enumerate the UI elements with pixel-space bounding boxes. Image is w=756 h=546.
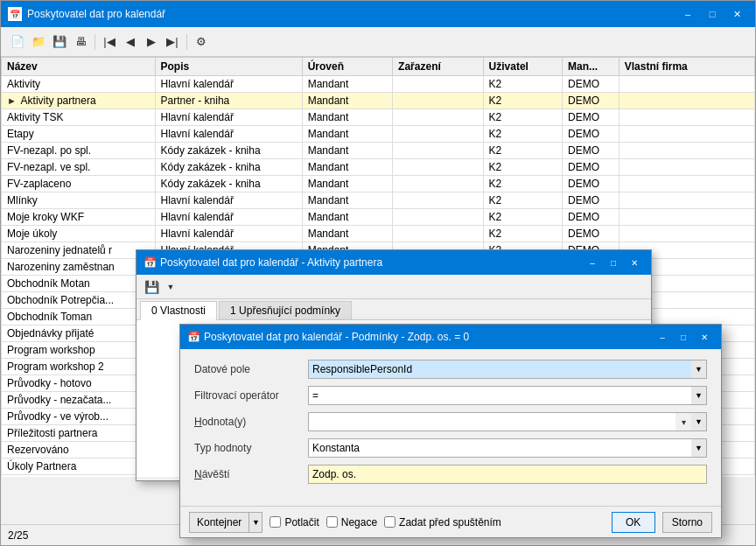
input-navesti[interactable] — [308, 465, 707, 484]
maximize-button[interactable]: □ — [701, 5, 724, 23]
input-datove-pole[interactable] — [308, 360, 691, 379]
cell-uroven: Mandant — [302, 226, 392, 242]
cell-nazev: Program workshop 2 — [2, 359, 156, 375]
cell-uroven: Mandant — [302, 209, 392, 226]
kontejner-button[interactable]: Kontejner — [189, 512, 248, 533]
input-typ-hodnoty[interactable] — [308, 438, 691, 458]
label-navesti: Návěští — [194, 468, 308, 480]
kontejner-dropdown-button[interactable]: ▼ — [248, 512, 262, 533]
open-button[interactable]: 📁 — [29, 32, 48, 52]
cell-vlastni — [619, 93, 754, 109]
filtrovaci-operator-dropdown-button[interactable]: ▼ — [691, 386, 707, 405]
last-button[interactable]: ▶| — [163, 32, 182, 52]
tab-vlastnosti[interactable]: 0 Vlastnosti — [140, 301, 217, 320]
hodnota-dropdown-button[interactable]: ▼ — [691, 412, 707, 431]
hodnota-browse-button[interactable]: ▾ — [676, 412, 691, 431]
dialog1-dropdown-button[interactable]: ▼ — [161, 277, 180, 297]
dialog2-footer: Kontejner ▼ Potlačit Negace Zadat před s… — [180, 506, 721, 537]
save-button[interactable]: 💾 — [50, 32, 69, 52]
col-uroven: Úroveň — [302, 58, 392, 76]
navesti-label-text: Návěští — [194, 468, 230, 480]
table-row[interactable]: Etapy Hlavní kalendář Mandant K2 DEMO — [2, 126, 755, 143]
cell-vlastni — [619, 192, 754, 209]
cell-vlastni — [619, 109, 754, 126]
negace-checkbox[interactable] — [326, 516, 338, 528]
label-filtrovaci-operator: Filtrovací operátor — [194, 389, 308, 402]
table-row[interactable]: Moje úkoly Hlavní kalendář Mandant K2 DE… — [2, 226, 755, 242]
table-row[interactable]: FV-nezapl. po spl. Kódy zakázek - kniha … — [2, 143, 755, 159]
dialog2-close-button[interactable]: ✕ — [695, 329, 714, 345]
tab-upresnujici-podminky[interactable]: 1 Upřesňující podmínky — [219, 301, 352, 319]
tab-upresnujici-label: 1 Upřesňující podmínky — [230, 304, 340, 317]
new-button[interactable]: 📄 — [8, 32, 27, 52]
potlacit-checkbox[interactable] — [270, 516, 281, 528]
close-button[interactable]: ✕ — [725, 5, 748, 23]
zadat-label[interactable]: Zadat před spuštěním — [399, 516, 501, 528]
col-zarazeni: Zařazení — [393, 58, 483, 76]
cell-uroven: Mandant — [302, 159, 392, 176]
prev-button[interactable]: ◀ — [121, 32, 140, 52]
refresh-button[interactable]: ⚙ — [192, 32, 211, 52]
form-row-datove-pole: Datové pole ▼ — [194, 360, 707, 379]
app-icon: 📅 — [8, 7, 22, 21]
dialog2-icon: 📅 — [187, 331, 200, 343]
print-button[interactable]: 🖶 — [71, 32, 90, 52]
cell-uzivatel: K2 — [483, 209, 563, 226]
table-row[interactable]: Aktivity TSK Hlavní kalendář Mandant K2 … — [2, 109, 755, 126]
potlacit-label[interactable]: Potlačit — [284, 516, 318, 528]
cell-popis: Hlavní kalendář — [155, 226, 302, 242]
cell-nazev: Vydáno — [2, 475, 156, 478]
cell-uroven: Mandant — [302, 76, 392, 93]
cell-nazev: Průvodky - nezačata... — [2, 392, 156, 409]
cell-nazev: FV-zaplaceno — [2, 176, 156, 192]
dialog2-titlebar: 📅 Poskytovatel dat pro kalendář - Podmín… — [180, 325, 721, 349]
dialog2-minimize-button[interactable]: – — [653, 329, 672, 345]
cell-vlastni — [619, 176, 754, 192]
cell-uroven: Mandant — [302, 176, 392, 192]
cell-vlastni — [619, 159, 754, 176]
ok-button[interactable]: OK — [612, 512, 655, 533]
cell-uzivatel: K2 — [483, 93, 563, 109]
cell-uzivatel: K2 — [483, 143, 563, 159]
label-datove-pole: Datové pole — [194, 363, 308, 375]
cell-uroven: Mandant — [302, 109, 392, 126]
typ-hodnoty-dropdown-button[interactable]: ▼ — [691, 438, 707, 458]
table-row[interactable]: FV-nezapl. ve spl. Kódy zakázek - kniha … — [2, 159, 755, 176]
cell-vlastni — [619, 76, 754, 93]
cell-man: DEMO — [563, 159, 620, 176]
table-row[interactable]: Mlínky Hlavní kalendář Mandant K2 DEMO — [2, 192, 755, 209]
dialog1-minimize-button[interactable]: – — [583, 255, 602, 270]
cell-uroven: Mandant — [302, 93, 392, 109]
dialog1-close-button[interactable]: ✕ — [625, 255, 644, 270]
cell-nazev: Příležitosti partnera — [2, 425, 156, 442]
col-popis: Popis — [155, 58, 302, 76]
dialog2-body: Datové pole ▼ Filtrovací operátor ▼ Hodn… — [180, 349, 721, 501]
datove-pole-dropdown-button[interactable]: ▼ — [691, 360, 707, 379]
cell-popis: Partner - kniha — [155, 93, 302, 109]
cell-zarazeni — [393, 176, 483, 192]
table-row[interactable]: Moje kroky WKF Hlavní kalendář Mandant K… — [2, 209, 755, 226]
cell-nazev: Obchodník Motan — [2, 276, 156, 292]
zadat-checkbox[interactable] — [384, 516, 396, 528]
dialog1-save-button[interactable]: 💾 — [142, 277, 161, 297]
next-button[interactable]: ▶ — [142, 32, 161, 52]
cell-nazev: Aktivity — [2, 76, 156, 93]
cell-man: DEMO — [563, 93, 620, 109]
input-hodnota[interactable] — [308, 412, 676, 431]
storno-button[interactable]: Storno — [662, 512, 712, 533]
input-filtrovaci-operator[interactable] — [308, 386, 691, 405]
dialog2-maximize-button[interactable]: □ — [674, 329, 693, 345]
table-row[interactable]: ► Aktivity partnera Partner - kniha Mand… — [2, 93, 755, 109]
table-row[interactable]: Aktivity Hlavní kalendář Mandant K2 DEMO — [2, 76, 755, 93]
negace-label[interactable]: Negace — [341, 516, 377, 528]
cell-popis: Kódy zakázek - kniha — [155, 159, 302, 176]
form-row-filtrovaci-operator: Filtrovací operátor ▼ — [194, 386, 707, 405]
first-button[interactable]: |◀ — [100, 32, 119, 52]
table-row[interactable]: FV-zaplaceno Kódy zakázek - kniha Mandan… — [2, 176, 755, 192]
dialog1-maximize-button[interactable]: □ — [604, 255, 623, 270]
cell-man: DEMO — [563, 143, 620, 159]
cell-nazev: Aktivity TSK — [2, 109, 156, 126]
minimize-button[interactable]: – — [676, 5, 699, 23]
form-row-navesti: Návěští — [194, 465, 707, 484]
cell-nazev: FV-nezapl. ve spl. — [2, 159, 156, 176]
